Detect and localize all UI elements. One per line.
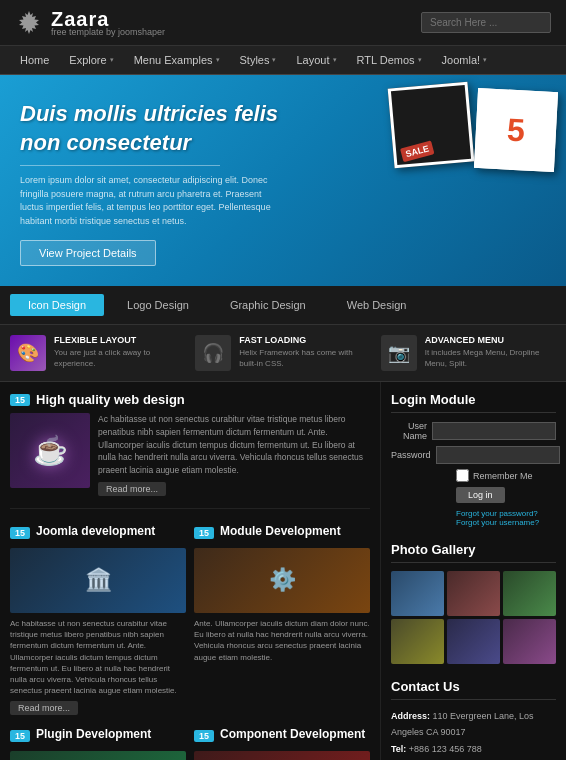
chevron-down-icon: ▾ — [272, 56, 276, 64]
username-field-row: User Name — [391, 421, 556, 441]
right-column: Login Module User Name Password Remember… — [381, 382, 566, 760]
feature-title-1: FLEXIBLE LAYOUT — [54, 335, 185, 345]
nav-rtl[interactable]: RTL Demos▾ — [347, 46, 432, 74]
feature-title-2: FAST LOADING — [239, 335, 370, 345]
remember-me-checkbox[interactable] — [456, 469, 469, 482]
gallery-item[interactable] — [391, 571, 444, 616]
password-field-row: Password — [391, 446, 556, 464]
advanced-menu-icon: 📷 — [381, 335, 417, 371]
design-tabs: Icon Design Logo Design Graphic Design W… — [0, 286, 566, 325]
hero-title: Duis mollis ultricies felis non consecte… — [20, 100, 310, 157]
plugin-title: Plugin Development — [36, 727, 151, 741]
article-main: 15 High quality web design ☕ Ac habitass… — [10, 392, 370, 509]
login-button[interactable]: Log in — [456, 487, 505, 503]
component-date-badge: 15 — [194, 730, 214, 742]
chevron-down-icon: ▾ — [216, 56, 220, 64]
contact-info: Address: 110 Evergreen Lane, Los Angeles… — [391, 708, 556, 760]
contact-title: Contact Us — [391, 679, 556, 700]
password-label: Password — [391, 450, 431, 460]
hero-text: Lorem ipsum dolor sit amet, consectetur … — [20, 174, 280, 228]
tab-icon-design[interactable]: Icon Design — [10, 294, 104, 316]
gallery-item[interactable] — [447, 571, 500, 616]
nav-menu-examples[interactable]: Menu Examples▾ — [124, 46, 230, 74]
address-label: Address: — [391, 711, 430, 721]
search-input[interactable] — [421, 12, 551, 33]
view-project-button[interactable]: View Project Details — [20, 240, 156, 266]
feature-text-3: It includes Mega Menu, Dropline Menu, Sp… — [425, 347, 556, 369]
module-date-badge: 15 — [194, 527, 214, 539]
search-box[interactable] — [421, 12, 551, 33]
feature-text-2: Helix Framework has come with built-in C… — [239, 347, 370, 369]
gallery-item[interactable] — [391, 619, 444, 664]
remember-me-row: Remember Me — [456, 469, 556, 482]
nav-home[interactable]: Home — [10, 46, 59, 74]
login-module-title: Login Module — [391, 392, 556, 413]
gallery-item[interactable] — [447, 619, 500, 664]
feature-title-3: ADVANCED MENU — [425, 335, 556, 345]
tel-value: +886 123 456 788 — [409, 744, 482, 754]
module-text: Ante. Ullamcorper iaculis dictum diam do… — [194, 618, 370, 663]
hero-banner: Duis mollis ultricies felis non consecte… — [0, 75, 566, 286]
sale-badge: SALE — [400, 140, 435, 162]
hero-images: SALE 5 — [391, 85, 556, 165]
component-title: Component Development — [220, 727, 365, 741]
article-grid-row2: 15 Plugin Development 🌿 Ac habitasse ut … — [10, 727, 370, 760]
tab-logo-design[interactable]: Logo Design — [109, 294, 207, 316]
gallery-item[interactable] — [503, 571, 556, 616]
joomla-image: 🏛️ — [10, 548, 186, 613]
article-module: 15 Module Development ⚙️ Ante. Ullamcorp… — [194, 524, 370, 715]
feature-advanced-menu: 📷 ADVANCED MENU It includes Mega Menu, D… — [381, 335, 556, 371]
read-more-link[interactable]: Read more... — [98, 482, 166, 496]
tel-label: Tel: — [391, 744, 406, 754]
article-main-title: High quality web design — [36, 392, 185, 407]
plugin-image: 🌿 — [10, 751, 186, 760]
article-grid-row1: 15 Joomla development 🏛️ Ac habitasse ut… — [10, 524, 370, 715]
password-input[interactable] — [436, 446, 560, 464]
module-image: ⚙️ — [194, 548, 370, 613]
nav-layout[interactable]: Layout▾ — [286, 46, 346, 74]
forgot-username-link[interactable]: Forgot your username? — [456, 518, 556, 527]
tab-graphic-design[interactable]: Graphic Design — [212, 294, 324, 316]
hero-image-back: SALE — [388, 82, 475, 169]
hero-divider — [20, 165, 220, 166]
article-component: 15 Component Development 🦸 Ac habitasse … — [194, 727, 370, 760]
gallery-item[interactable] — [503, 619, 556, 664]
feature-fast-loading: 🎧 FAST LOADING Helix Framework has come … — [195, 335, 370, 371]
chevron-down-icon: ▾ — [483, 56, 487, 64]
article-main-image: ☕ — [10, 413, 90, 488]
component-image: 🦸 — [194, 751, 370, 760]
fast-loading-icon: 🎧 — [195, 335, 231, 371]
joomla-read-more[interactable]: Read more... — [10, 701, 78, 715]
joomla-date-badge: 15 — [10, 527, 30, 539]
main-content: 15 High quality web design ☕ Ac habitass… — [0, 382, 566, 760]
photo-gallery-module: Photo Gallery — [391, 542, 556, 664]
chevron-down-icon: ▾ — [418, 56, 422, 64]
chevron-down-icon: ▾ — [110, 56, 114, 64]
article-date-badge: 15 — [10, 394, 30, 406]
html5-logo: 5 — [506, 111, 526, 149]
feature-text-1: You are just a click away to experience. — [54, 347, 185, 369]
logo-area: Zaara free template by joomshaper — [15, 8, 165, 37]
nav-styles[interactable]: Styles▾ — [230, 46, 287, 74]
chevron-down-icon: ▾ — [333, 56, 337, 64]
nav-joomla[interactable]: Joomla!▾ — [432, 46, 498, 74]
nav-explore[interactable]: Explore▾ — [59, 46, 123, 74]
login-module: Login Module User Name Password Remember… — [391, 392, 556, 527]
joomla-title: Joomla development — [36, 524, 155, 538]
article-joomla: 15 Joomla development 🏛️ Ac habitasse ut… — [10, 524, 186, 715]
username-label: User Name — [391, 421, 427, 441]
left-column: 15 High quality web design ☕ Ac habitass… — [0, 382, 381, 760]
gallery-title: Photo Gallery — [391, 542, 556, 563]
gear-icon — [15, 9, 43, 37]
article-main-text: Ac habitasse ut non senectus curabitur v… — [98, 413, 370, 477]
tab-web-design[interactable]: Web Design — [329, 294, 425, 316]
logo-subtitle: free template by joomshaper — [51, 27, 165, 37]
site-header: Zaara free template by joomshaper — [0, 0, 566, 46]
forgot-password-link[interactable]: Forgot your password? — [456, 509, 556, 518]
gallery-grid — [391, 571, 556, 664]
feature-flexible-layout: 🎨 FLEXIBLE LAYOUT You are just a click a… — [10, 335, 185, 371]
login-links: Forgot your password? Forgot your userna… — [456, 509, 556, 527]
joomla-text: Ac habitasse ut non senectus curabitur v… — [10, 618, 186, 696]
main-nav: Home Explore▾ Menu Examples▾ Styles▾ Lay… — [0, 46, 566, 75]
username-input[interactable] — [432, 422, 556, 440]
